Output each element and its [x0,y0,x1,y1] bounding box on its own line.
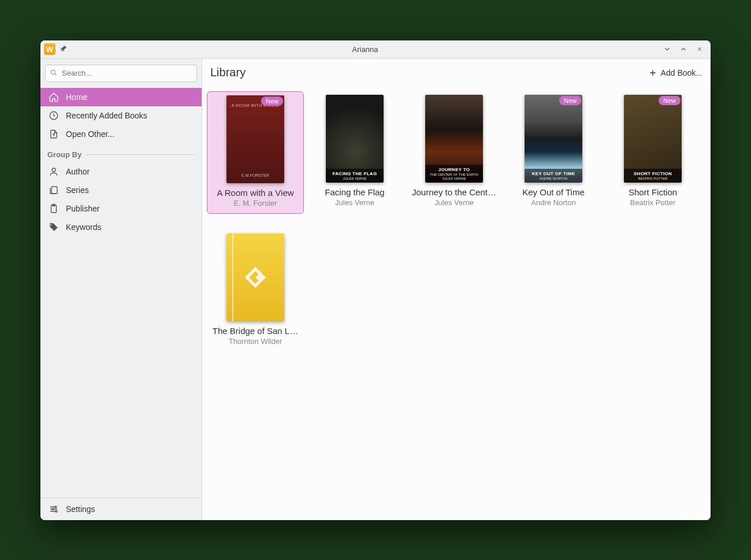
book-item[interactable]: FACING THE FLAG JULES VERNE Facing the F… [306,91,403,214]
tag-icon [49,222,59,232]
book-cover-text: JULES VERNE [426,177,482,180]
svg-point-8 [52,508,54,510]
sidebar-item-series[interactable]: Series [40,181,202,199]
book-author: Jules Verne [434,198,474,207]
book-author: Beatrix Potter [630,198,676,207]
search-input[interactable] [45,65,197,82]
sidebar-item-home[interactable]: Home [40,88,202,106]
book-item[interactable]: KEY OUT OF TIME ANDRE NORTON New Key Out… [505,91,602,214]
svg-point-0 [51,70,55,74]
titlebar-left: W [44,43,68,55]
sidebar-footer: Settings [40,498,202,520]
book-title: Key Out of Time [522,187,585,197]
book-item[interactable]: A ROOM WITH A VIEW E.M.FORSTER New A Roo… [207,91,304,214]
sidebar-item-label: Publisher [66,204,99,213]
app-icon: W [44,43,55,55]
main-panel: Library Add Book... A ROOM WITH A VIEW E… [202,59,711,520]
book-cover: A ROOM WITH A VIEW E.M.FORSTER New [226,95,284,183]
main-header: Library Add Book... [202,59,711,87]
sidebar-item-open-other[interactable]: Open Other... [40,125,202,143]
sidebar: Home Recently Added Books Open Other... … [40,59,202,520]
book-cover-text: FACING THE FLAG [327,171,382,176]
new-badge: New [559,96,581,105]
svg-line-1 [55,73,57,75]
book-author: E. M. Forster [233,199,277,207]
sidebar-item-keywords[interactable]: Keywords [40,218,202,236]
add-book-label: Add Book... [661,68,702,77]
settings-icon [49,504,59,514]
sidebar-item-label: Series [66,186,89,195]
svg-point-7 [55,506,57,507]
clipboard-icon [49,203,59,214]
sidebar-item-author[interactable]: Author [40,162,202,181]
nav-list: Home Recently Added Books Open Other... [40,88,202,143]
page-title: Library [210,66,246,79]
epub-icon [243,265,268,290]
book-cover: KEY OUT OF TIME ANDRE NORTON New [525,95,582,183]
book-cover-text: KEY OUT OF TIME [526,171,581,176]
plus-icon [648,68,657,77]
book-item[interactable]: SHORT FICTION BEATRIX POTTER New Short F… [604,91,701,214]
svg-point-3 [52,168,55,172]
pin-icon[interactable] [59,44,68,55]
new-badge: New [659,96,681,105]
sidebar-item-settings[interactable]: Settings [40,498,202,520]
book-cover-text: BEATRIX POTTER [625,177,681,180]
book-cover-band: KEY OUT OF TIME ANDRE NORTON [525,169,582,183]
book-title: A Room with a View [217,188,293,198]
sidebar-item-label: Keywords [66,222,101,232]
app-window: W Arianna Home [40,40,711,520]
series-icon [49,185,59,195]
book-cover-text: E.M.FORSTER [241,173,269,177]
book-cover-text: JOURNEY TO [426,167,482,172]
book-cover-text: JULES VERNE [327,177,382,180]
book-cover [226,233,284,321]
sidebar-item-recent[interactable]: Recently Added Books [40,106,202,125]
search-container [40,59,202,88]
book-cover: FACING THE FLAG JULES VERNE [326,95,384,183]
svg-rect-4 [51,187,57,194]
sidebar-item-label: Home [66,92,87,102]
book-title: Journey to the Cent… [412,187,496,197]
book-cover-text: SHORT FICTION [625,171,681,176]
app-body: Home Recently Added Books Open Other... … [40,59,711,520]
maximize-icon[interactable] [678,44,689,54]
sidebar-item-label: Author [66,167,90,176]
book-cover: SHORT FICTION BEATRIX POTTER New [624,95,682,183]
search-icon [50,69,58,77]
minimize-icon[interactable] [662,44,672,54]
book-author: Jules Verne [335,198,374,207]
add-book-button[interactable]: Add Book... [648,68,702,77]
group-by-label: Group By [47,150,81,159]
book-cover: JOURNEY TO THE CENTER OF THE EARTH JULES… [425,95,483,183]
new-badge: New [261,97,283,106]
person-icon [49,166,59,177]
book-cover-band: JOURNEY TO THE CENTER OF THE EARTH JULES… [425,165,483,183]
group-list: Author Series Publisher Keywords [40,162,202,236]
window-title: Arianna [68,45,662,54]
book-cover-band: SHORT FICTION BEATRIX POTTER [624,169,682,183]
svg-point-9 [55,510,57,512]
sidebar-item-label: Recently Added Books [66,111,147,120]
group-by-header: Group By [40,143,202,162]
book-title: The Bridge of San L… [213,326,298,336]
book-item[interactable]: The Bridge of San L… Thornton Wilder [207,230,304,351]
book-author: Andre Norton [531,198,575,207]
window-controls [662,44,707,54]
sidebar-item-label: Settings [66,505,95,514]
book-item[interactable]: JOURNEY TO THE CENTER OF THE EARTH JULES… [406,91,503,214]
book-cover-band: FACING THE FLAG JULES VERNE [326,169,384,183]
book-cover-text: ANDRE NORTON [526,177,581,180]
clock-icon [49,110,59,121]
open-file-icon [49,129,59,139]
close-icon[interactable] [694,44,705,54]
home-icon [49,92,59,102]
book-cover-text: THE CENTER OF THE EARTH [426,173,482,176]
book-grid: A ROOM WITH A VIEW E.M.FORSTER New A Roo… [202,87,711,361]
book-title: Short Fiction [629,187,677,197]
sidebar-item-publisher[interactable]: Publisher [40,199,202,218]
sidebar-item-label: Open Other... [66,129,114,139]
book-author: Thornton Wilder [229,337,282,346]
titlebar: W Arianna [40,40,711,59]
book-title: Facing the Flag [325,187,384,197]
